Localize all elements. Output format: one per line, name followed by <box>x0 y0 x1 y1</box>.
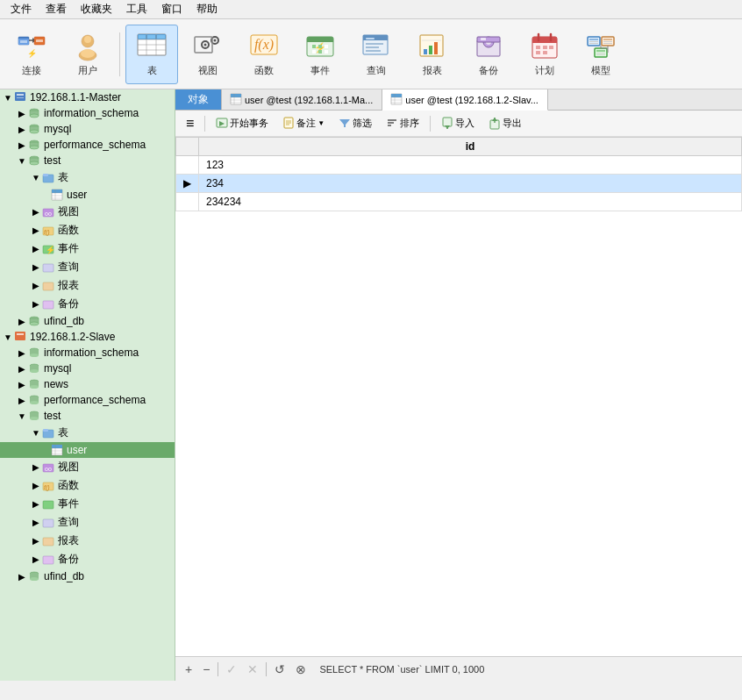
bottom-bar: + − ✓ ✕ ↺ ⊗ SELECT * FROM `user` LIMIT 0… <box>175 656 742 681</box>
table-row[interactable]: ▶ 234 <box>176 175 742 193</box>
master-db-mysql[interactable]: ▶ mysql <box>0 121 175 137</box>
slave-arrow: ▼ <box>2 332 14 342</box>
menu-tools[interactable]: 工具 <box>119 0 154 18</box>
svg-point-11 <box>81 49 95 58</box>
slave-db-mysql[interactable]: ▶ mysql <box>0 361 175 376</box>
function-button[interactable]: f(x) 函数 <box>238 25 290 84</box>
user-icon <box>72 31 103 62</box>
backup-note-button[interactable]: 备注 ▼ <box>277 115 330 132</box>
master-events-node[interactable]: ▶ ⚡ 事件 <box>0 239 175 258</box>
master-tables-node[interactable]: ▼ 表 <box>0 168 175 187</box>
id-cell-3[interactable]: 234234 <box>199 193 742 211</box>
slave-db-news[interactable]: ▶ news <box>0 376 175 392</box>
sql-display: SELECT * FROM `user` LIMIT 0, 1000 <box>319 664 484 675</box>
svg-rect-70 <box>603 39 612 40</box>
slave-db-test[interactable]: ▼ test <box>0 408 175 424</box>
data-table-wrapper[interactable]: id 123 ▶ 234 234234 <box>175 137 742 656</box>
cancel-button[interactable]: ✕ <box>245 662 260 676</box>
connect-label: 连接 <box>22 64 41 77</box>
m-is-arrow: ▶ <box>16 109 28 118</box>
slave-db-ps[interactable]: ▶ performance_schema <box>0 392 175 408</box>
slave-views-node[interactable]: ▶ oo 视图 <box>0 458 175 476</box>
slave-db-ufind[interactable]: ▶ ufind_db <box>0 568 175 584</box>
tab-master-user[interactable]: user @test (192.168.1.1-Ma... <box>222 89 382 110</box>
table-button[interactable]: 表 <box>125 25 178 84</box>
stop-button[interactable]: ⊗ <box>293 662 309 676</box>
m-rpt-arrow: ▶ <box>30 281 42 290</box>
svg-text:oo: oo <box>45 466 52 472</box>
view-button[interactable]: 视图 <box>182 25 234 84</box>
filter-button[interactable]: 筛选 <box>333 115 377 132</box>
table-row[interactable]: 234234 <box>176 193 742 211</box>
report-button[interactable]: 报表 <box>406 25 459 84</box>
id-cell-2[interactable]: 234 <box>199 175 742 193</box>
svg-rect-6 <box>36 39 43 42</box>
backup-button[interactable]: 备份 <box>462 25 515 84</box>
m-ufind-arrow: ▶ <box>16 317 28 326</box>
begin-transaction-button[interactable]: 开始事务 <box>210 115 274 132</box>
svg-point-85 <box>30 114 39 118</box>
svg-rect-147 <box>43 556 54 564</box>
slave-db-icon-5 <box>28 410 42 422</box>
m-user-label: user <box>67 189 87 201</box>
svg-rect-72 <box>603 43 612 44</box>
query-button[interactable]: 查询 <box>350 25 403 84</box>
slave-func-node[interactable]: ▶ f() 函数 <box>0 476 175 495</box>
master-connection[interactable]: ▼ 192.168.1.1-Master <box>0 89 175 105</box>
hamburger-menu-button[interactable]: ≡ <box>181 114 199 133</box>
svg-rect-21 <box>157 35 165 39</box>
tab-slave-user[interactable]: user @test (192.168.1.2-Slav... <box>382 89 548 111</box>
svg-rect-98 <box>52 189 62 193</box>
table-row[interactable]: 123 <box>176 156 742 175</box>
user-button[interactable]: 用户 <box>61 25 114 84</box>
id-cell-1[interactable]: 123 <box>199 156 742 175</box>
add-row-button[interactable]: + <box>182 662 195 676</box>
master-db-ufind[interactable]: ▶ ufind_db <box>0 313 175 329</box>
confirm-button[interactable]: ✓ <box>224 662 239 676</box>
m-bak-arrow: ▶ <box>30 299 42 309</box>
menu-help[interactable]: 帮助 <box>189 0 225 18</box>
slave-test-label: test <box>44 410 61 422</box>
svg-rect-19 <box>139 35 146 39</box>
slave-qry-node[interactable]: ▶ 查询 <box>0 513 175 532</box>
slave-bak-node[interactable]: ▶ 备份 <box>0 550 175 568</box>
master-db-test[interactable]: ▼ test <box>0 153 175 168</box>
svg-marker-175 <box>445 125 450 129</box>
refresh-button[interactable]: ↺ <box>272 662 288 676</box>
database-icon-4 <box>28 154 42 167</box>
master-reports-node[interactable]: ▶ 报表 <box>0 276 175 295</box>
id-column-header[interactable]: id <box>199 138 742 156</box>
menu-view[interactable]: 查看 <box>39 0 74 18</box>
table-row-icon <box>51 189 65 201</box>
import-button[interactable]: 导入 <box>436 115 480 132</box>
master-db-performance-schema[interactable]: ▶ performance_schema <box>0 137 175 153</box>
slave-connection[interactable]: ▼ 192.168.1.2-Slave <box>0 329 175 345</box>
menu-favorites[interactable]: 收藏夹 <box>74 0 119 18</box>
export-button[interactable]: 导出 <box>483 115 527 132</box>
svg-rect-81 <box>17 94 24 96</box>
model-button[interactable]: 模型 <box>574 25 627 84</box>
master-db-information-schema[interactable]: ▶ information_schema <box>0 105 175 121</box>
sort-button[interactable]: 排序 <box>381 115 425 132</box>
slave-rpt-node[interactable]: ▶ 报表 <box>0 532 175 550</box>
slave-tables-node[interactable]: ▼ 表 <box>0 424 175 442</box>
event-button[interactable]: ⚡ 事件 <box>294 25 346 84</box>
slave-evt-node[interactable]: ▶ 事件 <box>0 495 175 513</box>
objects-tab[interactable]: 对象 <box>175 89 222 110</box>
master-queries-node[interactable]: ▶ 查询 <box>0 258 175 276</box>
master-functions-node[interactable]: ▶ f() 函数 <box>0 221 175 239</box>
master-backup-node[interactable]: ▶ 备份 <box>0 295 175 313</box>
master-user-table[interactable]: user <box>0 187 175 203</box>
master-views-node[interactable]: ▶ oo 视图 <box>0 203 175 221</box>
delete-row-button[interactable]: − <box>200 662 212 676</box>
svg-text:⚡: ⚡ <box>46 245 56 255</box>
svg-rect-146 <box>43 538 54 546</box>
model-icon <box>585 31 617 62</box>
slave-user-table[interactable]: user <box>0 442 175 458</box>
filter-icon <box>339 117 351 131</box>
schedule-button[interactable]: 计划 <box>518 25 571 84</box>
slave-db-is[interactable]: ▶ information_schema <box>0 345 175 361</box>
menu-file[interactable]: 文件 <box>4 0 39 18</box>
menu-window[interactable]: 窗口 <box>154 0 189 18</box>
connect-button[interactable]: ⚡ 连接 <box>5 25 58 84</box>
